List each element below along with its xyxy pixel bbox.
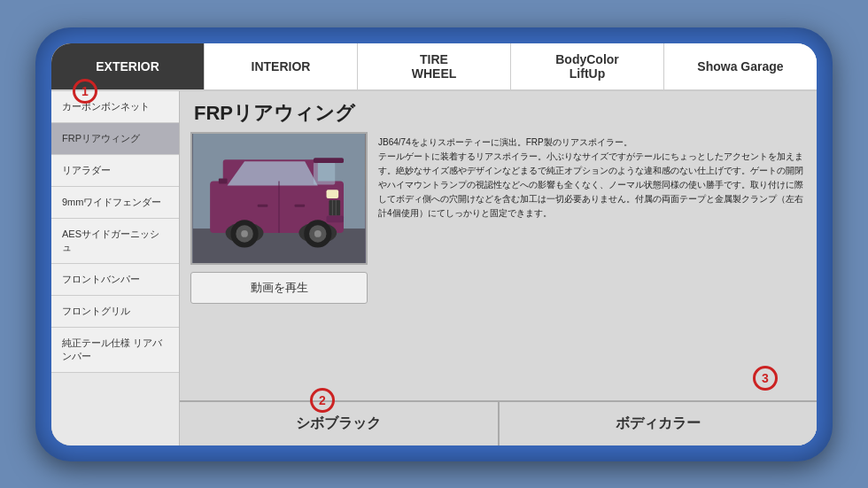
- sidebar-item-rear-bumper[interactable]: 純正テール仕様 リアバンパー: [51, 328, 179, 373]
- sidebar-item-front-bumper[interactable]: フロントバンパー: [51, 264, 179, 296]
- outer-frame: 1 2 3 EXTERIOR INTERIOR TIRE WHEEL BodyC…: [35, 27, 833, 461]
- tab-body-color[interactable]: BodyColor LiftUp: [511, 43, 664, 89]
- color-option-shiburo[interactable]: シボブラック: [180, 402, 500, 445]
- detail-body: 動画を再生 JB64/74をよりスポーティーに演出。FRP製のリアスポイラー。 …: [180, 132, 817, 400]
- sidebar-item-fender[interactable]: 9mmワイドフェンダー: [51, 187, 179, 219]
- svg-rect-23: [295, 204, 306, 206]
- svg-rect-16: [327, 190, 339, 198]
- badge-3: 3: [753, 366, 778, 391]
- color-options: シボブラック ボディカラー: [180, 400, 817, 445]
- tab-interior[interactable]: INTERIOR: [205, 43, 358, 89]
- svg-rect-17: [329, 199, 340, 215]
- tab-bar: EXTERIOR INTERIOR TIRE WHEEL BodyColor L…: [51, 43, 817, 91]
- svg-rect-5: [314, 162, 335, 184]
- sidebar-item-frp-wing[interactable]: FRPリアウィング: [51, 123, 179, 155]
- detail-description: JB64/74をよりスポーティーに演出。FRP製のリアスポイラー。 テールゲート…: [378, 132, 806, 393]
- svg-rect-22: [258, 204, 268, 206]
- svg-rect-1: [193, 229, 366, 263]
- play-button[interactable]: 動画を再生: [190, 272, 368, 304]
- inner-screen: EXTERIOR INTERIOR TIRE WHEEL BodyColor L…: [51, 43, 817, 445]
- svg-rect-6: [314, 158, 344, 163]
- detail-panel: FRPリアウィング: [180, 91, 817, 445]
- sidebar: カーボンボンネット FRPリアウィング リアラダー 9mmワイドフェンダー AE…: [51, 91, 180, 445]
- svg-rect-20: [327, 215, 344, 222]
- car-image: [190, 132, 368, 265]
- tab-tire-wheel[interactable]: TIRE WHEEL: [358, 43, 511, 89]
- sidebar-item-front-grille[interactable]: フロントグリル: [51, 296, 179, 328]
- badge-1: 1: [73, 79, 97, 104]
- color-option-body[interactable]: ボディカラー: [500, 402, 818, 445]
- sidebar-item-aes-garnish[interactable]: AESサイドガーニッシュ: [51, 219, 179, 264]
- sidebar-item-rear-ladder[interactable]: リアラダー: [51, 155, 179, 187]
- tab-exterior[interactable]: EXTERIOR: [51, 43, 205, 89]
- svg-point-12: [241, 230, 248, 237]
- content-area: カーボンボンネット FRPリアウィング リアラダー 9mmワイドフェンダー AE…: [51, 91, 817, 445]
- svg-point-15: [314, 230, 322, 237]
- sidebar-item-carbon-hood[interactable]: カーボンボンネット: [51, 91, 179, 123]
- detail-title: FRPリアウィング: [180, 91, 817, 132]
- detail-image-section: 動画を再生: [190, 132, 368, 393]
- tab-showa-garage[interactable]: Showa Garage: [664, 43, 817, 89]
- badge-2: 2: [310, 388, 335, 413]
- svg-rect-21: [219, 178, 228, 183]
